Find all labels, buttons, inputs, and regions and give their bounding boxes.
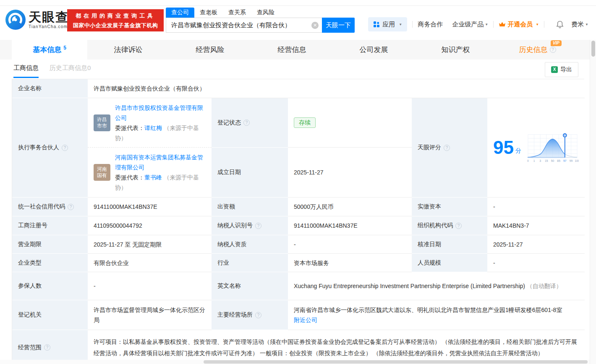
clear-search-icon[interactable]: ✕ (311, 22, 319, 29)
representative-link[interactable]: 董书峰 (144, 174, 162, 181)
partner-company-link[interactable]: 许昌市市投股权投资基金管理有限公司 (115, 104, 203, 121)
tab-operating-risk[interactable]: 经营风险 (169, 40, 251, 60)
svg-text:0: 0 (527, 159, 529, 162)
svg-text:3: 3 (539, 159, 541, 162)
tab-basic-info[interactable]: 基本信息 5 (12, 40, 87, 60)
business-scope-value: 许可项目：以私募基金从事股权投资、投资管理、资产管理等活动（须在中国证券投资基金… (88, 330, 585, 364)
business-term-label: 营业期限 (12, 235, 88, 254)
search-tab-relation[interactable]: 查关系 (223, 8, 251, 18)
notification-bell-icon[interactable] (556, 21, 564, 29)
company-name-value: 许昌市赋豫创业投资合伙企业（有限合伙） (88, 79, 585, 98)
user-menu[interactable]: 费米 ▼ (571, 21, 588, 29)
svg-text:99: 99 (570, 159, 573, 162)
svg-text:1: 1 (533, 159, 535, 162)
svg-text:100: 100 (575, 159, 579, 162)
reg-number-label: 工商注册号 (12, 216, 88, 235)
capital-value: 50000万人民币 (288, 198, 412, 216)
promo-banner: 都在用的商业查询工具 国家中小企业发展子基金旗下机构 (67, 9, 164, 31)
apps-label: 应用 (382, 21, 395, 29)
insured-count-value: - (88, 272, 212, 300)
search-tab-risk[interactable]: 查风险 (251, 8, 280, 18)
search-button[interactable]: 天眼一下 (322, 18, 355, 33)
chevron-down-icon: ▼ (536, 23, 539, 26)
tab-history-label: 历史信息 (519, 45, 548, 55)
crown-icon (499, 21, 506, 27)
partner-company-link[interactable]: 河南国有资本运营集团私募基金管理有限公司 (115, 154, 203, 171)
auto-translate-note: （自动翻译） (527, 281, 562, 291)
tab-company-development[interactable]: 公司发展 (333, 40, 415, 60)
tianyancha-company-page: 天眼查 TianYanCha.com 都在用的商业查询工具 国家中小企业发展子基… (0, 0, 596, 364)
search-tab-company[interactable]: 查公司 (166, 8, 194, 18)
industry-label: 行业 (212, 254, 288, 272)
chevron-down-icon: ▼ (485, 23, 488, 26)
tab-basic-count: 5 (63, 45, 66, 51)
help-icon[interactable]: ? (455, 223, 462, 229)
horizontal-scrollbar-thumb[interactable] (204, 360, 588, 364)
company-type-label: 企业类型 (12, 254, 88, 272)
taxpayer-id-value: 91411000MAK14BN37E (288, 216, 412, 235)
nav-divider (544, 21, 544, 28)
help-icon[interactable]: ? (444, 145, 450, 151)
representative-link[interactable]: 谭红梅 (144, 125, 162, 131)
subtab-history-business-info[interactable]: 历史工商信息0 (50, 64, 91, 72)
registry-label: 登记机关 (12, 300, 88, 330)
avatar: 河南 国有 (94, 164, 110, 181)
banner-line1: 都在用的商业查询工具 (76, 11, 155, 21)
avatar: 许昌 市市 (94, 114, 110, 131)
tianyancha-logo-icon (5, 9, 26, 30)
search-box: ✕ (166, 18, 322, 33)
subtab-business-info[interactable]: 工商信息 (13, 64, 39, 78)
establish-date-label: 成立日期 (212, 148, 288, 198)
help-icon[interactable]: ? (62, 145, 68, 151)
partner-info: 许昌市市投股权投资基金管理有限公司 委派代表：谭红梅 （来源于中基协） (115, 103, 206, 143)
business-info-table: 企业名称 许昌市赋豫创业投资合伙企业（有限合伙） 执行事务合伙人 ? 许昌 市市… (12, 79, 584, 364)
apps-menu[interactable]: 应用 ▼ (368, 17, 407, 31)
search-input[interactable] (171, 22, 311, 29)
partners-label: 执行事务合伙人 ? (12, 98, 88, 198)
svg-text:15: 15 (545, 159, 548, 162)
vertical-scrollbar[interactable] (590, 40, 596, 364)
help-icon[interactable]: ? (243, 120, 250, 126)
rep-prefix: 委派代表： (115, 125, 144, 131)
tab-operating-info[interactable]: 经营信息 (251, 40, 333, 60)
company-name-label: 企业名称 (12, 79, 88, 98)
horizontal-scrollbar[interactable] (0, 360, 590, 364)
registration-status-value: 存续 (288, 98, 412, 148)
approval-date-value: 2025-11-27 (487, 235, 585, 254)
tab-basic-label: 基本信息 (33, 45, 61, 55)
open-vip-button[interactable]: 开通会员 ▼ (499, 21, 539, 29)
nav-enterprise-products[interactable]: 企业级产品 ▼ (452, 21, 488, 29)
nav-cooperation[interactable]: 商务合作 (418, 21, 443, 29)
export-button[interactable]: X 导出 (545, 62, 578, 77)
export-label: 导出 (560, 66, 572, 73)
username: 费米 (571, 21, 584, 29)
logo-text: 天眼查 TianYanCha.com (29, 10, 69, 29)
vip-label: 开通会员 (507, 21, 533, 29)
enterprise-label: 企业级产品 (452, 21, 484, 29)
status-badge: 存续 (294, 117, 316, 128)
vertical-scrollbar-thumb[interactable] (591, 41, 595, 57)
business-term-value: 2025-11-27 至 无固定期限 (88, 235, 212, 254)
main-tabbar: 基本信息 5 法律诉讼 经营风险 经营信息 公司发展 知识产权 VIP 历史信息… (0, 40, 590, 60)
score-distribution-chart: 0 1 3 15 50 85 97 99 100 (526, 131, 579, 164)
help-icon[interactable]: ? (255, 312, 261, 318)
partner-info: 河南国有资本运营集团私募基金管理有限公司 委派代表：董书峰 （来源于中基协） (115, 152, 206, 192)
insured-count-label: 参保人数 (12, 272, 88, 300)
search-tab-boss[interactable]: 查老板 (194, 8, 223, 18)
registry-value: 许昌市市场监督管理局城乡一体化示范区分局 (88, 300, 212, 330)
paid-capital-label: 实缴资本 (412, 198, 487, 216)
tab-legal[interactable]: 法律诉讼 (87, 40, 169, 60)
business-scope-label: 经营范围 ? (12, 330, 88, 364)
nearby-companies-link[interactable]: 附近公司 (294, 315, 317, 325)
help-icon[interactable]: ? (68, 204, 74, 210)
nav-divider (412, 21, 413, 28)
help-icon[interactable]: ? (550, 47, 556, 53)
help-icon[interactable]: ? (44, 344, 50, 351)
logo[interactable]: 天眼查 TianYanCha.com (5, 9, 69, 30)
tab-intellectual-property[interactable]: 知识产权 (415, 40, 497, 60)
svg-text:97: 97 (563, 159, 567, 162)
help-icon[interactable]: ? (255, 223, 261, 229)
credit-code-label: 统一社会信用代码 ? (12, 198, 88, 216)
tab-history-info[interactable]: VIP 历史信息 ? (497, 40, 578, 60)
registration-status-label: 登记状态 ? (212, 98, 288, 148)
